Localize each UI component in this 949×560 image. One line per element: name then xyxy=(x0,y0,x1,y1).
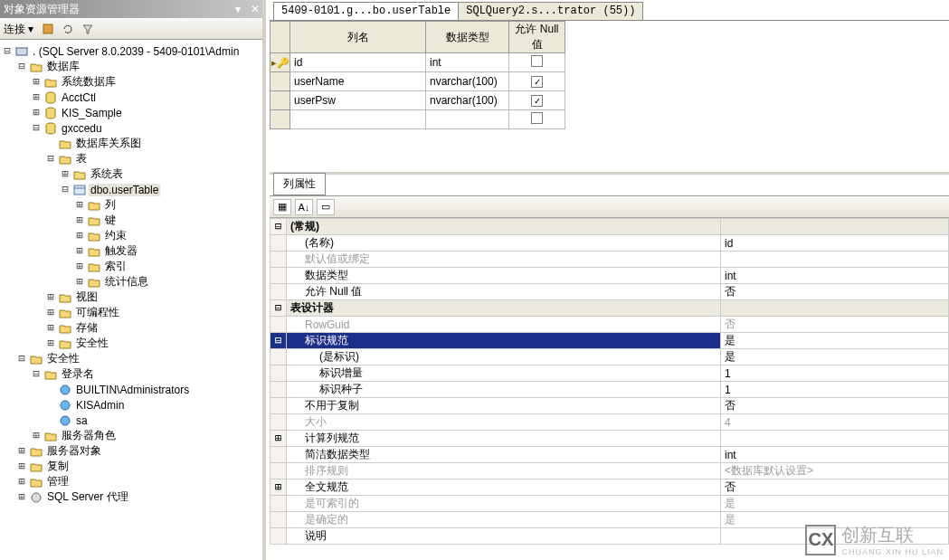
alphabetical-icon[interactable]: A↓ xyxy=(295,199,313,215)
cell-datatype[interactable]: nvarchar(100) xyxy=(426,72,509,91)
grid-row[interactable]: userPsw nvarchar(100) ✓ xyxy=(270,91,565,110)
props-category[interactable]: ⊟表设计器 xyxy=(270,300,949,317)
tree-tables[interactable]: 表 xyxy=(74,151,89,166)
tree-serverobjects[interactable]: 服务器对象 xyxy=(45,443,103,459)
props-row[interactable]: 标识增量1 xyxy=(270,365,949,382)
tree-stats[interactable]: 统计信息 xyxy=(103,274,150,289)
folder-icon xyxy=(29,444,43,459)
props-grid[interactable]: ⊟(常规) (名称)id 默认值或绑定 数据类型int 允许 Null 值否 ⊟… xyxy=(270,218,949,545)
tree-sysdb[interactable]: 系统数据库 xyxy=(60,74,118,90)
tree-security[interactable]: 安全性 xyxy=(45,351,81,366)
grid-row[interactable]: userName nvarchar(100) ✓ xyxy=(270,72,565,91)
columns-grid[interactable]: 列名 数据类型 允许 Null 值 ▸🔑 id int userName nva… xyxy=(270,21,565,129)
tab-usertable[interactable]: 5409-0101.g...bo.userTable xyxy=(273,2,459,20)
tree-columns[interactable]: 列 xyxy=(103,197,118,213)
tree-agent[interactable]: SQL Server 代理 xyxy=(45,489,130,505)
cell-allownull[interactable] xyxy=(509,53,565,72)
categorized-icon[interactable]: ▦ xyxy=(273,199,291,215)
tree-views[interactable]: 视图 xyxy=(74,289,100,305)
tree-db-security[interactable]: 安全性 xyxy=(74,336,110,351)
tree-databases[interactable]: 数据库 xyxy=(45,59,81,74)
props-row[interactable]: 大小4 xyxy=(270,414,949,431)
checkbox-icon[interactable] xyxy=(531,112,543,124)
tree-db-acctctl[interactable]: AcctCtl xyxy=(60,91,98,104)
tree-constraints[interactable]: 约束 xyxy=(103,228,128,243)
folder-icon xyxy=(29,60,43,74)
props-row[interactable]: 默认值或绑定 xyxy=(270,252,949,268)
checkbox-icon[interactable]: ✓ xyxy=(531,76,543,88)
pin-icon[interactable]: ▾ xyxy=(231,0,245,18)
tree-db-kis[interactable]: KIS_Sample xyxy=(60,107,124,119)
folder-icon xyxy=(29,460,43,474)
tree-login-kisadmin[interactable]: KISAdmin xyxy=(74,399,126,412)
object-explorer-tree[interactable]: ⊟. (SQL Server 8.0.2039 - 5409-0101\Admi… xyxy=(0,40,262,560)
column-properties-panel: 列属性 ▦ A↓ ▭ ⊟(常规) (名称)id 默认值或绑定 数据类型int 允… xyxy=(270,172,949,560)
props-row[interactable]: (是标识)是 xyxy=(270,349,949,365)
folder-icon xyxy=(87,275,101,289)
tree-storage[interactable]: 存储 xyxy=(74,320,100,336)
folder-icon xyxy=(87,229,101,243)
checkbox-icon[interactable]: ✓ xyxy=(531,95,543,107)
connect-icon[interactable] xyxy=(39,20,57,38)
grid-row[interactable]: ▸🔑 id int xyxy=(270,53,565,72)
grid-header-datatype[interactable]: 数据类型 xyxy=(426,22,509,53)
row-selector[interactable] xyxy=(270,72,290,91)
props-row[interactable]: ⊞全文规范否 xyxy=(270,479,949,496)
refresh-icon[interactable] xyxy=(59,20,77,38)
watermark: CX 创新互联 CHUANG XIN HU LIAN xyxy=(805,523,944,556)
tree-indexes[interactable]: 索引 xyxy=(103,259,128,274)
cell-colname[interactable]: userName xyxy=(290,72,426,91)
props-row[interactable]: (名称)id xyxy=(270,235,949,252)
cell-allownull[interactable]: ✓ xyxy=(509,72,565,91)
props-tab-columnprops[interactable]: 列属性 xyxy=(273,173,326,195)
props-row[interactable]: ⊞计算列规范 xyxy=(270,431,949,447)
cell-datatype[interactable] xyxy=(426,110,509,129)
props-row[interactable]: 排序规则<数据库默认设置> xyxy=(270,463,949,479)
tree-triggers[interactable]: 触发器 xyxy=(103,243,139,259)
tree-replication[interactable]: 复制 xyxy=(45,459,71,474)
props-row[interactable]: RowGuid否 xyxy=(270,317,949,333)
tab-sqlquery2[interactable]: SQLQuery2.s...trator (55)) xyxy=(458,2,643,20)
props-row[interactable]: 不用于复制否 xyxy=(270,398,949,414)
tree-serverroles[interactable]: 服务器角色 xyxy=(60,428,118,443)
tree-keys[interactable]: 键 xyxy=(103,213,118,228)
tree-logins[interactable]: 登录名 xyxy=(60,366,96,382)
row-selector[interactable]: ▸🔑 xyxy=(270,53,290,72)
cell-allownull[interactable] xyxy=(509,110,565,129)
tree-management[interactable]: 管理 xyxy=(45,474,71,489)
folder-icon xyxy=(58,137,72,151)
tree-server-root[interactable]: . (SQL Server 8.0.2039 - 5409-0101\Admin xyxy=(31,45,241,58)
tree-table-usertable[interactable]: dbo.userTable xyxy=(89,184,160,196)
tree-systables[interactable]: 系统表 xyxy=(89,166,125,182)
tree-dbdiagrams[interactable]: 数据库关系图 xyxy=(74,136,143,151)
props-row[interactable]: 是可索引的是 xyxy=(270,496,949,512)
cell-datatype[interactable]: int xyxy=(426,53,509,72)
folder-icon xyxy=(72,167,87,182)
props-row[interactable]: 允许 Null 值否 xyxy=(270,284,949,300)
grid-header-colname[interactable]: 列名 xyxy=(290,22,426,53)
folder-icon xyxy=(58,337,72,351)
props-category[interactable]: ⊟(常规) xyxy=(270,219,949,235)
props-row-selected[interactable]: ⊟标识规范是 xyxy=(270,333,949,349)
tree-db-gxccedu[interactable]: gxccedu xyxy=(60,122,104,135)
cell-allownull[interactable]: ✓ xyxy=(509,91,565,110)
cell-datatype[interactable]: nvarchar(100) xyxy=(426,91,509,110)
row-selector[interactable] xyxy=(270,110,290,129)
props-row[interactable]: 标识种子1 xyxy=(270,382,949,398)
tree-login-sa[interactable]: sa xyxy=(74,414,90,427)
props-row[interactable]: 数据类型int xyxy=(270,268,949,284)
cell-colname[interactable]: id xyxy=(290,53,426,72)
connect-button[interactable]: 连接 ▾ xyxy=(4,22,33,37)
cell-colname[interactable]: userPsw xyxy=(290,91,426,110)
grid-row-empty[interactable] xyxy=(270,110,565,129)
checkbox-icon[interactable] xyxy=(531,55,543,67)
filter-icon[interactable] xyxy=(79,20,97,38)
dropdown-icon[interactable]: ✕ xyxy=(248,0,262,18)
row-selector[interactable] xyxy=(270,91,290,110)
cell-colname[interactable] xyxy=(290,110,426,129)
propertypages-icon[interactable]: ▭ xyxy=(317,199,335,215)
props-row[interactable]: 简洁数据类型int xyxy=(270,447,949,463)
tree-programmability[interactable]: 可编程性 xyxy=(74,305,121,320)
tree-login-builtin[interactable]: BUILTIN\Administrators xyxy=(74,384,191,396)
grid-header-allownull[interactable]: 允许 Null 值 xyxy=(509,22,565,53)
